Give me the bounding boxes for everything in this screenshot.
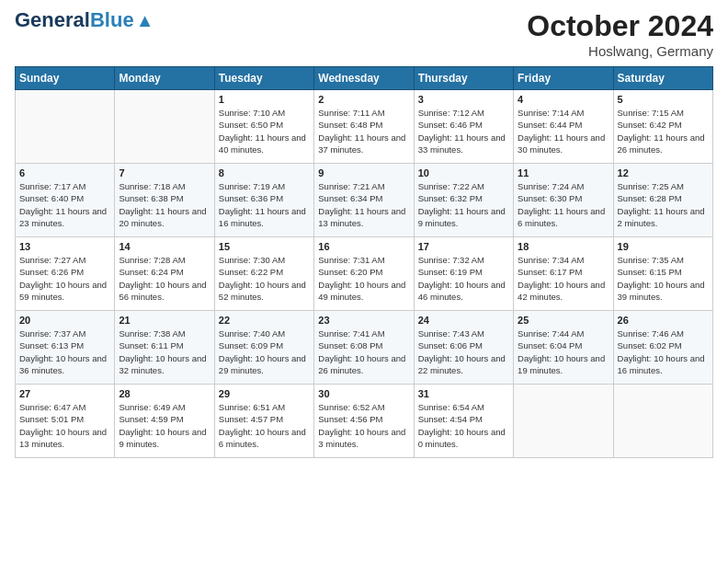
sunrise-text: Sunrise: 7:41 AM xyxy=(318,328,384,339)
cell-content: Sunrise: 6:54 AM Sunset: 4:54 PM Dayligh… xyxy=(418,401,509,450)
sunset-text: Sunset: 6:38 PM xyxy=(119,193,183,203)
daylight-text: Daylight: 10 hours and 3 minutes. xyxy=(318,427,405,449)
sunrise-text: Sunrise: 7:38 AM xyxy=(119,328,185,339)
sunset-text: Sunset: 6:06 PM xyxy=(418,340,483,350)
sunrise-text: Sunrise: 6:51 AM xyxy=(219,402,285,412)
cell-content: Sunrise: 6:47 AM Sunset: 5:01 PM Dayligh… xyxy=(19,401,110,450)
day-number: 6 xyxy=(19,167,110,178)
daylight-text: Daylight: 10 hours and 32 minutes. xyxy=(119,353,206,375)
sunset-text: Sunset: 6:09 PM xyxy=(219,340,283,350)
cell-content: Sunrise: 6:51 AM Sunset: 4:57 PM Dayligh… xyxy=(219,401,310,450)
day-number: 14 xyxy=(119,241,210,252)
cell-content: Sunrise: 7:17 AM Sunset: 6:40 PM Dayligh… xyxy=(19,180,110,229)
sunset-text: Sunset: 6:24 PM xyxy=(119,267,183,277)
sunset-text: Sunset: 6:40 PM xyxy=(19,193,84,203)
sunset-text: Sunset: 6:28 PM xyxy=(618,193,682,203)
sunrise-text: Sunrise: 7:46 AM xyxy=(618,328,684,339)
calendar-cell: 13 Sunrise: 7:27 AM Sunset: 6:26 PM Dayl… xyxy=(16,237,115,311)
cell-content: Sunrise: 7:22 AM Sunset: 6:32 PM Dayligh… xyxy=(418,180,509,229)
calendar-cell: 20 Sunrise: 7:37 AM Sunset: 6:13 PM Dayl… xyxy=(16,311,115,385)
calendar-table: SundayMondayTuesdayWednesdayThursdayFrid… xyxy=(15,66,713,458)
cell-content: Sunrise: 7:30 AM Sunset: 6:22 PM Dayligh… xyxy=(219,254,310,303)
cell-content: Sunrise: 6:52 AM Sunset: 4:56 PM Dayligh… xyxy=(318,401,409,450)
sunrise-text: Sunrise: 7:28 AM xyxy=(119,255,185,265)
daylight-text: Daylight: 10 hours and 56 minutes. xyxy=(119,280,206,302)
cell-content: Sunrise: 7:27 AM Sunset: 6:26 PM Dayligh… xyxy=(19,254,110,303)
cell-content: Sunrise: 7:40 AM Sunset: 6:09 PM Dayligh… xyxy=(219,327,310,376)
calendar-cell: 21 Sunrise: 7:38 AM Sunset: 6:11 PM Dayl… xyxy=(115,311,214,385)
sunset-text: Sunset: 6:42 PM xyxy=(618,120,682,130)
day-number: 22 xyxy=(219,315,310,326)
cell-content: Sunrise: 7:38 AM Sunset: 6:11 PM Dayligh… xyxy=(119,327,210,376)
sunrise-text: Sunrise: 6:49 AM xyxy=(119,402,185,412)
daylight-text: Daylight: 11 hours and 26 minutes. xyxy=(618,132,705,155)
weekday-header: Thursday xyxy=(414,67,513,90)
daylight-text: Daylight: 10 hours and 39 minutes. xyxy=(618,280,705,302)
calendar-cell: 19 Sunrise: 7:35 AM Sunset: 6:15 PM Dayl… xyxy=(613,237,712,311)
calendar-cell: 23 Sunrise: 7:41 AM Sunset: 6:08 PM Dayl… xyxy=(314,311,414,385)
calendar-week-row: 6 Sunrise: 7:17 AM Sunset: 6:40 PM Dayli… xyxy=(16,164,713,237)
daylight-text: Daylight: 11 hours and 20 minutes. xyxy=(119,206,206,228)
cell-content: Sunrise: 7:19 AM Sunset: 6:36 PM Dayligh… xyxy=(219,180,310,229)
calendar-week-row: 27 Sunrise: 6:47 AM Sunset: 5:01 PM Dayl… xyxy=(16,385,713,458)
sunset-text: Sunset: 6:36 PM xyxy=(219,193,283,203)
daylight-text: Daylight: 10 hours and 49 minutes. xyxy=(318,280,405,302)
sunrise-text: Sunrise: 7:34 AM xyxy=(518,255,584,265)
daylight-text: Daylight: 10 hours and 42 minutes. xyxy=(518,280,605,302)
sunrise-text: Sunrise: 7:44 AM xyxy=(518,328,584,339)
day-number: 28 xyxy=(119,388,210,399)
day-number: 10 xyxy=(418,167,509,178)
calendar-cell: 25 Sunrise: 7:44 AM Sunset: 6:04 PM Dayl… xyxy=(514,311,613,385)
weekday-header: Monday xyxy=(115,67,214,90)
daylight-text: Daylight: 10 hours and 16 minutes. xyxy=(618,353,705,375)
day-number: 20 xyxy=(19,315,110,326)
day-number: 1 xyxy=(219,94,310,105)
cell-content: Sunrise: 7:10 AM Sunset: 6:50 PM Dayligh… xyxy=(219,107,310,155)
daylight-text: Daylight: 11 hours and 6 minutes. xyxy=(518,206,605,228)
cell-content: Sunrise: 7:37 AM Sunset: 6:13 PM Dayligh… xyxy=(19,327,110,376)
sunrise-text: Sunrise: 7:11 AM xyxy=(318,108,384,118)
sunrise-text: Sunrise: 6:52 AM xyxy=(318,402,384,412)
sunrise-text: Sunrise: 7:18 AM xyxy=(119,181,185,191)
calendar-week-row: 1 Sunrise: 7:10 AM Sunset: 6:50 PM Dayli… xyxy=(16,90,713,164)
sunset-text: Sunset: 6:44 PM xyxy=(518,120,582,130)
calendar-cell: 7 Sunrise: 7:18 AM Sunset: 6:38 PM Dayli… xyxy=(115,164,214,237)
sunrise-text: Sunrise: 7:25 AM xyxy=(618,181,684,191)
day-number: 12 xyxy=(618,167,709,178)
calendar-cell xyxy=(115,90,214,164)
calendar-cell: 29 Sunrise: 6:51 AM Sunset: 4:57 PM Dayl… xyxy=(214,385,313,458)
weekday-header: Friday xyxy=(514,67,613,90)
daylight-text: Daylight: 11 hours and 13 minutes. xyxy=(318,206,405,228)
calendar-page: GeneralBlue ▲ October 2024 Hoslwang, Ger… xyxy=(0,0,728,563)
sunset-text: Sunset: 6:19 PM xyxy=(418,267,483,277)
day-number: 24 xyxy=(418,315,509,326)
day-number: 19 xyxy=(618,241,709,252)
sunset-text: Sunset: 4:54 PM xyxy=(418,414,483,424)
cell-content: Sunrise: 7:21 AM Sunset: 6:34 PM Dayligh… xyxy=(318,180,409,229)
cell-content: Sunrise: 7:35 AM Sunset: 6:15 PM Dayligh… xyxy=(618,254,709,303)
calendar-cell: 28 Sunrise: 6:49 AM Sunset: 4:59 PM Dayl… xyxy=(115,385,214,458)
sunset-text: Sunset: 6:30 PM xyxy=(518,193,582,203)
calendar-cell: 8 Sunrise: 7:19 AM Sunset: 6:36 PM Dayli… xyxy=(214,164,313,237)
sunrise-text: Sunrise: 7:32 AM xyxy=(418,255,484,265)
sunrise-text: Sunrise: 7:30 AM xyxy=(219,255,285,265)
calendar-week-row: 13 Sunrise: 7:27 AM Sunset: 6:26 PM Dayl… xyxy=(16,237,713,311)
daylight-text: Daylight: 10 hours and 46 minutes. xyxy=(418,280,506,302)
day-number: 16 xyxy=(318,241,409,252)
day-number: 30 xyxy=(318,388,409,399)
daylight-text: Daylight: 10 hours and 22 minutes. xyxy=(418,353,506,375)
sunset-text: Sunset: 6:08 PM xyxy=(318,340,382,350)
sunset-text: Sunset: 6:32 PM xyxy=(418,193,483,203)
calendar-cell: 10 Sunrise: 7:22 AM Sunset: 6:32 PM Dayl… xyxy=(414,164,513,237)
calendar-cell: 18 Sunrise: 7:34 AM Sunset: 6:17 PM Dayl… xyxy=(514,237,613,311)
daylight-text: Daylight: 10 hours and 13 minutes. xyxy=(19,427,107,449)
sunset-text: Sunset: 6:13 PM xyxy=(19,340,84,350)
daylight-text: Daylight: 10 hours and 6 minutes. xyxy=(219,427,306,449)
cell-content: Sunrise: 7:34 AM Sunset: 6:17 PM Dayligh… xyxy=(518,254,609,303)
title-block: October 2024 Hoslwang, Germany xyxy=(527,9,713,59)
weekday-header: Tuesday xyxy=(214,67,313,90)
sunrise-text: Sunrise: 7:12 AM xyxy=(418,108,484,118)
daylight-text: Daylight: 11 hours and 9 minutes. xyxy=(418,206,506,228)
day-number: 8 xyxy=(219,167,310,178)
weekday-header: Wednesday xyxy=(314,67,414,90)
